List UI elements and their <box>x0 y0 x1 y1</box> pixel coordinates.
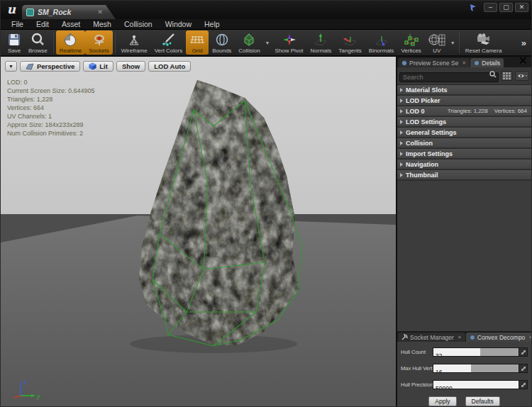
stat-uv-channels: UV Channels: 1 <box>7 112 95 121</box>
stopwatch-icon <box>63 32 77 48</box>
binormals-button[interactable]: Binormals <box>365 30 398 55</box>
stat-lod: LOD: 0 <box>7 78 95 87</box>
tangents-icon <box>343 32 358 48</box>
sockets-toggle-button[interactable]: Sockets <box>85 30 112 55</box>
section-material-slots[interactable]: Material Slots <box>397 85 531 96</box>
svg-text:z: z <box>23 379 27 386</box>
vert-colors-button[interactable]: Vert Colors <box>151 30 187 55</box>
realtime-toggle-button[interactable]: Realtime <box>56 30 86 55</box>
save-button[interactable]: Save <box>4 30 25 55</box>
details-tab-bar: Preview Scene Se ✕ Details ✕ <box>397 57 531 67</box>
menu-file[interactable]: File <box>5 20 30 28</box>
hull-precision-input[interactable]: 50000 <box>433 380 519 389</box>
asset-tab-sm-rock[interactable]: SM_Rock ✕ <box>22 5 116 19</box>
menu-mesh[interactable]: Mesh <box>87 20 118 28</box>
tangents-button[interactable]: Tangents <box>335 30 365 55</box>
lod-auto-button[interactable]: LOD Auto <box>148 61 191 72</box>
close-button[interactable]: ✕ <box>515 3 528 12</box>
perspective-button[interactable]: Perspective <box>20 61 80 72</box>
viewport-stats: LOD: 0 Current Screen Size: 0.644905 Tri… <box>7 78 95 138</box>
camera-icon <box>475 32 492 48</box>
details-icon <box>474 60 480 66</box>
show-pivot-button[interactable]: Show Pivot <box>272 30 307 55</box>
tab-close-icon[interactable]: ✕ <box>528 335 532 340</box>
maximize-button[interactable]: ▢ <box>499 3 513 12</box>
section-lod-0[interactable]: LOD 0 Triangles: 1,228 Vertices: 664 <box>397 106 531 117</box>
vertices-icon <box>404 32 419 48</box>
expander-arrow-icon <box>400 130 403 135</box>
section-lod-picker[interactable]: LOD Picker <box>397 96 531 106</box>
section-thumbnail[interactable]: Thumbnail <box>397 170 531 181</box>
menu-asset[interactable]: Asset <box>55 20 87 28</box>
reset-camera-button[interactable]: Reset Camera <box>462 30 506 55</box>
vertices-button[interactable]: Vertices <box>397 30 424 55</box>
menu-help[interactable]: Help <box>198 20 226 28</box>
uv-dropdown-arrow[interactable]: ▼ <box>450 40 455 45</box>
section-general-settings[interactable]: General Settings <box>397 128 531 138</box>
grid-toggle-button[interactable]: Grid <box>186 30 209 55</box>
slider-expand-icon[interactable] <box>519 347 528 357</box>
perspective-icon <box>26 63 34 70</box>
viewport-options-dropdown[interactable]: ▼ <box>5 61 17 72</box>
menu-window[interactable]: Window <box>159 20 198 28</box>
search-input[interactable] <box>399 72 499 82</box>
layout-flag-icon <box>469 4 477 12</box>
toolbar-overflow-chevron[interactable]: » <box>521 38 528 48</box>
bounds-icon <box>215 32 229 48</box>
view-options-button[interactable] <box>515 71 529 81</box>
slider-expand-icon[interactable] <box>519 380 528 389</box>
tab-details[interactable]: Details <box>470 58 504 67</box>
slider-expand-icon[interactable] <box>519 364 528 373</box>
menu-collision[interactable]: Collision <box>118 20 159 28</box>
expander-arrow-icon <box>400 162 403 167</box>
stat-triangles: Triangles: 1,228 <box>7 95 95 104</box>
lit-mode-button[interactable]: Lit <box>83 61 113 72</box>
tab-preview-scene-settings[interactable]: Preview Scene Se ✕ <box>398 58 470 67</box>
grid-icon <box>189 32 205 48</box>
section-collision[interactable]: Collision <box>397 138 531 149</box>
wireframe-icon <box>127 32 141 48</box>
show-menu-button[interactable]: Show <box>116 61 145 72</box>
apply-button[interactable]: Apply <box>428 396 456 406</box>
minimize-button[interactable]: – <box>484 3 497 12</box>
stat-approx-size: Approx Size: 184x233x289 <box>7 121 95 129</box>
menu-edit[interactable]: Edit <box>30 20 55 28</box>
tab-socket-manager[interactable]: Socket Manager ✕ <box>398 333 465 342</box>
toolbar-separator <box>459 32 460 53</box>
axis-gizmo: z y <box>9 377 46 402</box>
defaults-button[interactable]: Defaults <box>465 396 500 406</box>
property-matrix-button[interactable] <box>501 71 513 81</box>
collision-capsule-icon <box>242 32 256 48</box>
browse-button[interactable]: Browse <box>25 30 51 55</box>
tab-convex-decomposition[interactable]: Convex Decompo ✕ <box>466 333 532 342</box>
paintbrush-icon <box>160 32 176 48</box>
unreal-logo-icon: u <box>4 1 19 17</box>
section-import-settings[interactable]: Import Settings <box>397 149 531 160</box>
wireframe-button[interactable]: Wireframe <box>118 30 151 55</box>
normals-button[interactable]: Normals <box>307 30 336 55</box>
toolbar-separator <box>115 32 116 53</box>
tab-close-icon[interactable]: ✕ <box>519 54 531 67</box>
hull-count-slider[interactable]: 32 <box>433 347 519 357</box>
section-navigation[interactable]: Navigation <box>397 160 531 170</box>
collision-button[interactable]: Collision <box>235 30 263 55</box>
section-lod-settings[interactable]: LOD Settings <box>397 117 531 128</box>
collision-dropdown-arrow[interactable]: ▼ <box>265 40 270 45</box>
grid-matrix-icon <box>503 72 511 79</box>
max-hull-verts-slider[interactable]: 16 <box>433 364 519 373</box>
expander-arrow-icon <box>400 109 403 113</box>
max-hull-verts-row: Max Hull Vert 16 <box>401 364 528 373</box>
hull-count-row: Hull Count 32 <box>401 347 528 357</box>
tab-close-icon[interactable]: ✕ <box>97 9 103 16</box>
static-mesh-icon <box>26 9 34 16</box>
bounds-button[interactable]: Bounds <box>209 30 235 55</box>
magnifier-icon <box>31 32 45 48</box>
expander-arrow-icon <box>400 120 403 124</box>
hull-precision-row: Hull Precision 50000 <box>401 380 528 389</box>
uv-button[interactable]: UV <box>425 30 449 55</box>
window-controls: – ▢ ✕ <box>469 3 528 12</box>
toolbar-separator <box>53 32 54 53</box>
floppy-disk-icon <box>7 32 21 48</box>
tab-close-icon[interactable]: ✕ <box>462 60 466 66</box>
tab-close-icon[interactable]: ✕ <box>458 335 462 340</box>
